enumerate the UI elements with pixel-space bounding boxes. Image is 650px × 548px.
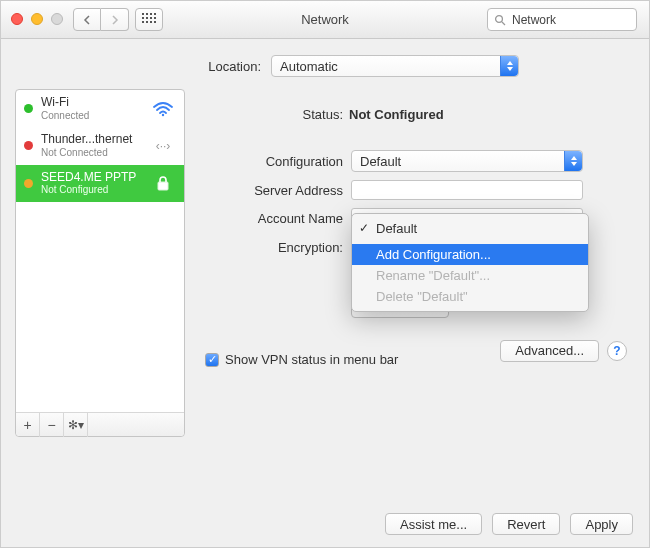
service-name: Wi-Fi: [41, 96, 142, 110]
status-dot-red: [24, 141, 33, 150]
server-address-field[interactable]: [351, 180, 583, 200]
popup-item-rename-default: Rename "Default"...: [352, 265, 588, 286]
status-dot-green: [24, 104, 33, 113]
lower-row: ✓ Show VPN status in menu bar Advanced..…: [205, 334, 627, 367]
svg-point-0: [496, 15, 503, 22]
ethernet-icon: ‹··›: [150, 137, 176, 155]
account-name-label: Account Name: [205, 211, 343, 226]
service-name: Thunder...thernet: [41, 133, 142, 147]
question-icon: ?: [613, 344, 620, 358]
svg-text:‹··›: ‹··›: [156, 139, 171, 153]
svg-line-1: [502, 22, 505, 25]
wifi-icon: [150, 100, 176, 118]
sidebar-footer: + − ✻▾: [16, 412, 184, 436]
svg-point-2: [162, 113, 164, 115]
location-label: Location:: [131, 59, 261, 74]
location-value: Automatic: [272, 59, 500, 74]
configuration-dropdown[interactable]: Default: [351, 150, 583, 172]
popup-item-default[interactable]: Default: [352, 218, 588, 239]
apply-button[interactable]: Apply: [570, 513, 633, 535]
search-input[interactable]: [510, 12, 650, 28]
popup-item-add-configuration[interactable]: Add Configuration...: [352, 244, 588, 265]
service-status: Not Connected: [41, 147, 142, 159]
service-item-wifi[interactable]: Wi-Fi Connected: [16, 90, 184, 127]
search-field[interactable]: ✕: [487, 8, 637, 31]
services-sidebar: Wi-Fi Connected Thunder...thernet Not Co…: [15, 89, 185, 437]
search-icon: [494, 14, 506, 26]
minus-icon: −: [47, 417, 55, 433]
dropdown-stepper-icon: [500, 56, 518, 76]
status-label: Status:: [205, 107, 343, 122]
server-address-label: Server Address: [205, 183, 343, 198]
advanced-button[interactable]: Advanced...: [500, 340, 599, 362]
dropdown-stepper-icon: [564, 151, 582, 171]
service-status: Connected: [41, 110, 142, 122]
revert-button[interactable]: Revert: [492, 513, 560, 535]
services-list: Wi-Fi Connected Thunder...thernet Not Co…: [16, 90, 184, 412]
checkbox-icon: ✓: [205, 353, 219, 367]
add-service-button[interactable]: +: [16, 413, 40, 437]
service-actions-button[interactable]: ✻▾: [64, 413, 88, 437]
help-button[interactable]: ?: [607, 341, 627, 361]
encryption-label: Encryption:: [205, 240, 343, 255]
status-row: Status: Not Configured: [205, 93, 627, 150]
service-item-thunderbolt-ethernet[interactable]: Thunder...thernet Not Connected ‹··›: [16, 127, 184, 164]
location-row: Location: Automatic: [1, 39, 649, 89]
titlebar: Network ✕: [1, 1, 649, 39]
status-value: Not Configured: [349, 107, 444, 122]
assist-me-button[interactable]: Assist me...: [385, 513, 482, 535]
configuration-row: Configuration Default: [205, 150, 627, 172]
location-dropdown[interactable]: Automatic: [271, 55, 519, 77]
gear-icon: ✻▾: [68, 418, 84, 432]
server-address-row: Server Address: [205, 180, 627, 200]
remove-service-button[interactable]: −: [40, 413, 64, 437]
service-status: Not Configured: [41, 184, 142, 196]
service-item-vpn-pptp[interactable]: SEED4.ME PPTP Not Configured: [16, 165, 184, 202]
service-name: SEED4.ME PPTP: [41, 171, 142, 185]
popup-item-delete-default: Delete "Default": [352, 286, 588, 307]
configuration-value: Default: [352, 154, 564, 169]
status-dot-orange: [24, 179, 33, 188]
show-vpn-status-label: Show VPN status in menu bar: [225, 352, 398, 367]
svg-rect-4: [158, 182, 168, 190]
configuration-popup-menu: Default Add Configuration... Rename "Def…: [351, 213, 589, 312]
plus-icon: +: [23, 417, 31, 433]
lock-icon: [150, 174, 176, 192]
show-vpn-status-checkbox[interactable]: ✓ Show VPN status in menu bar: [205, 352, 398, 367]
bottom-buttons: Assist me... Revert Apply: [385, 513, 633, 535]
network-preferences-window: Network ✕ Location: Automatic Wi-Fi Conn…: [0, 0, 650, 548]
configuration-label: Configuration: [205, 154, 343, 169]
